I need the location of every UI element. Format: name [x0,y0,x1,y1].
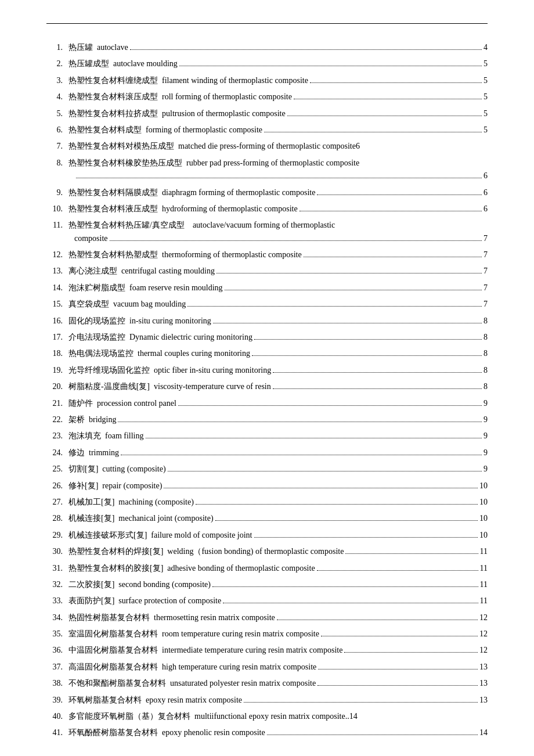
toc-text: 热塑性复合材料拉挤成型 pultrusion of thermoplastic … [68,107,286,120]
toc-num: 15. [46,298,68,311]
toc-item: 31. 热塑性复合材料的胶接[复] adhesive bonding of th… [46,562,488,575]
toc-num: 17. [46,331,68,344]
toc-item: 12. 热塑性复合材料热塑成型 thermoforming of thermop… [46,249,488,261]
toc-dots [217,273,482,273]
toc-num: 37. [46,661,68,674]
toc-item: 10. 热塑性复合材料液压成型 hydroforming of thermopl… [46,203,488,215]
toc-text: 固化的现场监控 in-situ curing monitoring [68,315,211,327]
toc-item: 18. 热电偶法现场监控 thermal couples curing moni… [46,347,488,360]
toc-text: 真空袋成型 vacuum bag moulding [68,298,186,311]
toc-page: 9 [484,413,488,426]
toc-num: 3. [46,74,68,87]
toc-dots [294,99,482,99]
toc-item: 1. 热压罐 autoclave 4 [46,41,488,54]
toc-num: 9. [46,186,68,199]
toc-text: 多官能度环氧树脂（基）复合材料 multiifunctional epoxy r… [68,710,345,723]
toc-page: 5 [484,124,488,136]
toc-text: 表面防护[复] surface protection of composite [68,595,221,607]
toc-text: 热固性树脂基复合材料 thermosetting resin matrix co… [68,611,275,624]
toc-num: 31. [46,562,68,575]
toc-dots [344,652,478,653]
toc-text: 泡沫贮树脂成型 foam reserve resin moulding [68,282,223,294]
toc-text: 不饱和聚酯树脂基复合材料 unsaturated polyester resin… [68,677,316,690]
toc-item: 13. 离心浇注成型 centrifugal casting moulding … [46,265,488,278]
toc-item: 9. 热塑性复合材料隔膜成型 diaphragm forming of ther… [46,186,488,199]
toc-text: 机械连接破坏形式[复] failure mold of composite jo… [68,529,252,542]
toc-suffix: ..14 [345,710,358,723]
toc-item: 38. 不饱和聚酯树脂基复合材料 unsaturated polyester r… [46,677,488,690]
toc-num: 4. [46,91,68,103]
toc-num: 39. [46,694,68,707]
toc-text: 机械加工[复] machining (composite) [68,496,194,509]
toc-item: 39. 环氧树脂基复合材料 epoxy resin matrix composi… [46,694,488,707]
toc-page: 12 [479,611,488,624]
toc-text: 热塑性复合材料热压罐/真空成型 autoclave/vacuum forming… [68,219,335,232]
toc-dots [300,211,482,211]
toc-dots [244,702,478,703]
toc-num: 23. [46,430,68,442]
toc-num: 11. [46,219,68,232]
toc-page: 5 [484,91,488,103]
toc-dots [304,257,482,257]
toc-num: 10. [46,203,68,215]
toc-num: 41. [46,726,68,739]
toc-page: 9 [484,463,488,476]
toc-continuation-text: composite [74,232,108,245]
toc-text: 架桥 bridging [68,413,116,426]
toc-dots [273,388,482,389]
toc-num: 21. [46,397,68,410]
toc-text: 热塑性复合材料液压成型 hydroforming of thermoplasti… [68,203,298,215]
toc-page: 7 [484,249,488,261]
toc-page: 7 [484,298,488,311]
toc-dots [267,735,478,735]
toc-page: 8 [484,380,488,393]
toc-item: 5. 热塑性复合材料拉挤成型 pultrusion of thermoplast… [46,107,488,120]
toc-text: 泡沫填充 foam filling [68,430,144,442]
toc-page: 11 [480,545,488,558]
toc-num: 36. [46,644,68,657]
toc-item: 33. 表面防护[复] surface protection of compos… [46,595,488,607]
toc-page: 12 [479,628,488,640]
toc-dots [164,488,478,488]
toc-dots [213,323,482,323]
toc-item: 26. 修补[复] repair (composite) 10 [46,480,488,492]
toc-dots [264,132,482,132]
toc-text: 热压罐成型 autoclave moulding [68,57,178,70]
toc-num: 38. [46,677,68,690]
toc-text: 热塑性复合材料对模热压成型 matched die press-forming … [68,140,488,153]
toc-dots [168,471,482,471]
toc-page: 11 [480,578,488,591]
toc-num: 5. [46,107,68,120]
toc-dots [179,66,482,66]
toc-num: 18. [46,347,68,360]
toc-page: 9 [484,447,488,459]
toc-text: 热电偶法现场监控 thermal couples curing monitori… [68,347,250,360]
toc-page: 5 [484,57,488,70]
toc-page: 5 [484,74,488,87]
toc-dots [310,82,482,83]
toc-item: 22. 架桥 bridging 9 [46,413,488,426]
toc-page: 6 [484,186,488,199]
toc-list: 1. 热压罐 autoclave 4 2. 热压罐成型 autoclave mo… [46,41,488,740]
toc-num: 22. [46,413,68,426]
toc-item: 17. 介电法现场监控 Dynamic dielectric curing mo… [46,331,488,344]
toc-dots [215,520,478,521]
toc-page: 8 [484,315,488,327]
toc-dots [146,438,482,438]
toc-text: 热压罐 autoclave [68,41,128,54]
toc-text: 修边 trimming [68,447,119,459]
toc-dots [317,685,478,686]
toc-num: 25. [46,463,68,476]
toc-num: 20. [46,380,68,393]
toc-item: 8. 热塑性复合材料橡胶垫热压成型 rubber pad press-formi… [46,157,488,183]
toc-item: 6. 热塑性复合材料成型 forming of thermoplastic co… [46,124,488,136]
toc-page: 7 [484,282,488,294]
toc-item: 15. 真空袋成型 vacuum bag moulding 7 [46,298,488,311]
toc-num: 8. [46,157,68,170]
toc-item: 40. 多官能度环氧树脂（基）复合材料 multiifunctional epo… [46,710,488,723]
toc-dots [212,586,478,587]
toc-dots [225,290,482,290]
toc-text: 环氧酚醛树脂基复合材料 epoxy phenolic resin composi… [68,726,265,739]
toc-item: 21. 随炉件 procession control panel 9 [46,397,488,410]
toc-item: 27. 机械加工[复] machining (composite) 10 [46,496,488,509]
